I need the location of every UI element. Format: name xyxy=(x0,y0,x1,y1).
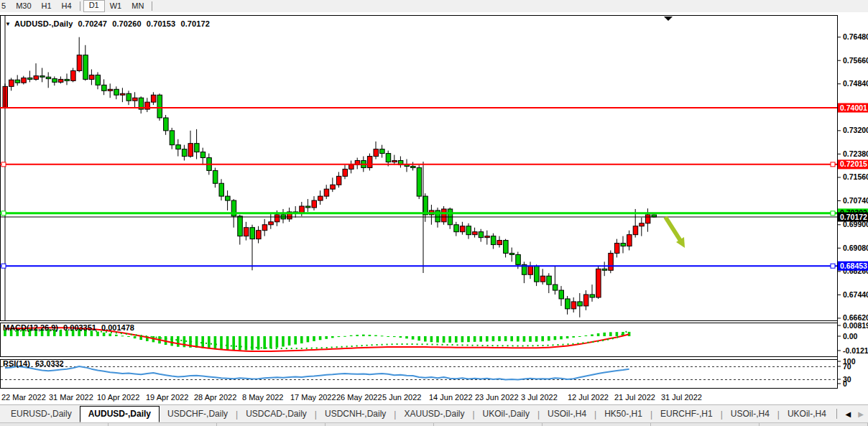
tab-ukoildaily[interactable]: UKOil-,Daily xyxy=(475,407,537,422)
candle-body xyxy=(578,302,583,306)
macd-histogram-bar xyxy=(597,333,600,336)
candle-body xyxy=(157,95,162,118)
macd-histogram-bar xyxy=(591,334,594,336)
candle-body xyxy=(627,235,632,246)
symbol-tabs: EURUSD-,DailyAUDUSD-,DailyUSDCHF-,Daily|… xyxy=(0,405,868,422)
candle-body xyxy=(257,231,262,239)
rsi-axis-label: 70 xyxy=(843,362,851,371)
macd-histogram-bar xyxy=(486,336,489,341)
tab-usdcaddaily[interactable]: USDCAD-,Daily xyxy=(238,407,315,422)
tab-scroll-left-icon[interactable]: ◀ xyxy=(846,410,851,418)
macd-histogram-bar xyxy=(127,336,130,337)
macd-histogram-bar xyxy=(134,336,137,338)
tab-scroll-right-icon[interactable]: ▶ xyxy=(858,410,864,418)
tab-usoilh4[interactable]: USOil-,H4 xyxy=(540,407,594,422)
candle-body xyxy=(553,284,558,290)
candle-body xyxy=(83,55,88,80)
price-axis-label: 0.71560 xyxy=(843,172,868,181)
macd-histogram-bar xyxy=(448,336,451,343)
price-axis-label: 0.72380 xyxy=(843,149,868,158)
tab-audusddaily[interactable]: AUDUSD-,Daily xyxy=(80,406,160,422)
candle-body xyxy=(46,77,51,78)
ohlc-high: 0.70260 xyxy=(112,19,141,28)
macd-histogram-bar xyxy=(461,336,464,342)
macd-histogram-bar xyxy=(269,336,272,348)
candle-body xyxy=(497,241,502,245)
tab-hk50h1[interactable]: HK50-,H1 xyxy=(596,407,650,422)
macd-histogram-bar xyxy=(400,336,402,338)
macd-histogram-bar xyxy=(529,336,532,342)
candle-body xyxy=(435,210,440,222)
tab-separator: | xyxy=(315,409,317,420)
price-axis-label: 0.75660 xyxy=(843,56,868,65)
candle-body xyxy=(262,225,267,231)
candle-body xyxy=(9,80,14,86)
candle-body xyxy=(343,169,348,176)
candle-body xyxy=(71,71,76,81)
candle-body xyxy=(108,89,113,91)
candle-body xyxy=(571,302,576,309)
candle-body xyxy=(547,276,552,284)
macd-histogram-bar xyxy=(498,336,501,341)
tab-ukoilh4[interactable]: UKOil-,H4 xyxy=(780,407,834,422)
tab-usdchfdaily[interactable]: USDCHF-,Daily xyxy=(160,407,236,422)
candle-body xyxy=(466,226,471,235)
line-anchor-marker xyxy=(1,264,6,268)
candle-body xyxy=(473,232,478,235)
macd-histogram-bar xyxy=(535,336,538,342)
macd-histogram-bar xyxy=(504,336,507,341)
macd-histogram-bar xyxy=(263,336,266,349)
candle-body xyxy=(331,185,336,189)
chart-dropdown-icon[interactable]: ▼ xyxy=(5,21,11,27)
candle-body xyxy=(516,254,521,264)
macd-histogram-bar xyxy=(541,336,544,341)
macd-histogram-bar xyxy=(523,336,526,342)
tab-separator: | xyxy=(650,409,652,420)
candle-body xyxy=(120,93,125,95)
candle-body xyxy=(96,75,101,85)
tab-separator: | xyxy=(472,409,474,420)
chart-title: ▼AUDUSD-,Daily 0.70247 0.70260 0.70153 0… xyxy=(5,19,213,28)
candle-body xyxy=(621,244,626,246)
macd-histogram-bar xyxy=(338,336,341,337)
tab-usoilh4[interactable]: USOil-,H4 xyxy=(723,407,777,422)
price-axis-label: 0.73200 xyxy=(843,126,868,134)
tab-usdcnhdaily[interactable]: USDCNH-,Daily xyxy=(317,407,394,422)
candle-body xyxy=(423,196,428,215)
macd-histogram-bar xyxy=(331,336,334,338)
chart-svg[interactable]: 0.764800.756600.748400.732000.723800.715… xyxy=(0,0,868,426)
macd-histogram-bar xyxy=(208,336,211,348)
macd-histogram-bar xyxy=(343,336,346,337)
candle-body xyxy=(226,196,231,200)
candle-body xyxy=(34,76,39,80)
macd-histogram-bar xyxy=(436,336,439,343)
macd-histogram-bar xyxy=(177,336,180,347)
tab-eurchfh1[interactable]: EURCHF-,H1 xyxy=(652,407,721,422)
candle-body xyxy=(318,196,323,200)
ohlc-low: 0.70153 xyxy=(147,19,175,28)
macd-histogram-bar xyxy=(325,336,328,339)
date-axis-label: 10 Apr 2022 xyxy=(97,393,139,402)
macd-axis-label: 0.00 xyxy=(843,332,858,341)
rsi-label: RSI(14) 63.0332 xyxy=(3,359,67,368)
macd-histogram-bar xyxy=(257,336,260,350)
macd-histogram-bar xyxy=(294,336,297,344)
macd-histogram-bar xyxy=(115,335,118,336)
tab-eurusddaily[interactable]: EURUSD-,Daily xyxy=(3,407,80,422)
macd-histogram-bar xyxy=(554,336,557,340)
macd-histogram-bar xyxy=(108,333,111,336)
price-axis-label: 0.76480 xyxy=(843,32,868,41)
candle-body xyxy=(380,149,385,154)
tab-xauusddaily[interactable]: XAUUSD-,Daily xyxy=(396,407,472,422)
candle-body xyxy=(479,232,484,238)
candle-body xyxy=(367,157,372,168)
macd-name: MACD(12,26,9) xyxy=(3,323,58,332)
date-axis-label: 22 Mar 2022 xyxy=(1,393,46,402)
candle-body xyxy=(305,206,310,208)
macd-histogram-bar xyxy=(572,336,575,338)
macd-histogram-bar xyxy=(282,336,285,347)
candle-body xyxy=(126,93,131,101)
candle-body xyxy=(22,78,27,83)
macd-histogram-bar xyxy=(430,336,433,342)
date-axis-label: 23 Jun 2022 xyxy=(475,393,519,402)
